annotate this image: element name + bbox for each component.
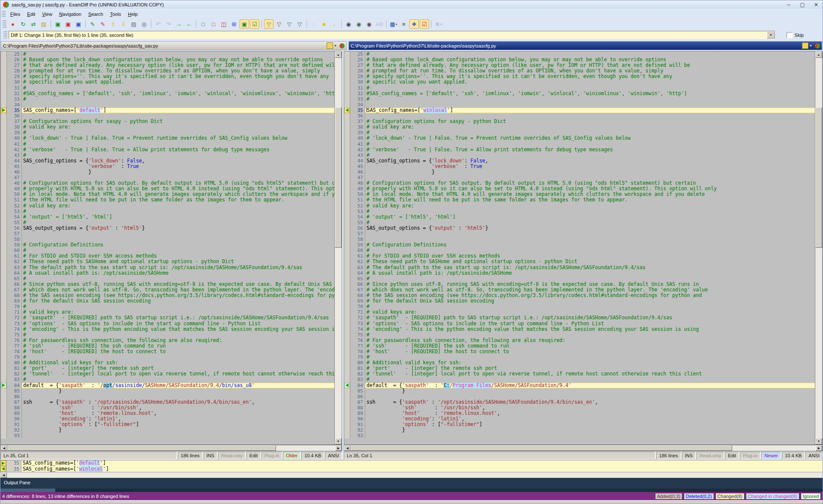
editor-options-icon[interactable]: ☑ [420,19,429,29]
code-text[interactable]: # Additional valid keys for ssh: [22,360,334,366]
code-line[interactable]: 58 [344,237,815,242]
code-text[interactable]: 'verbose' : True [22,164,334,169]
code-text[interactable]: } [22,169,334,175]
code-text[interactable]: # the HTML file will need to be put in t… [365,197,815,203]
code-text[interactable]: # These need path to SASHome and optiona… [365,259,815,264]
diff-marker-icon[interactable] [0,460,6,466]
code-text[interactable]: default = {'saspath' : 'C:/Program Files… [365,383,815,388]
code-line[interactable]: 63# The default path to the sas start up… [1,265,334,270]
save-second-icon[interactable]: ▣ [63,19,73,29]
code-text[interactable]: # Since python uses utf-8, running SAS w… [22,282,334,287]
menu-help[interactable]: Help [124,11,141,18]
code-line[interactable]: 83# [344,377,815,382]
code-line[interactable]: 43# [344,153,815,158]
code-text[interactable]: # A usual install path is: /opt/sasinsid… [22,270,334,276]
code-text[interactable]: # 'lock_down' - True | False. True = Pre… [365,135,815,141]
code-line[interactable]: 50# in local mode. Note that HTML 4.0 wi… [1,192,334,197]
code-text[interactable] [365,394,815,399]
code-line[interactable]: 65# [1,276,334,282]
scroll-up-icon[interactable]: ▲ [815,51,822,58]
left-horizontal-scrollbar[interactable]: ◀ ▶ [0,445,342,451]
save-both-icon[interactable]: ▣ [74,19,83,29]
code-text[interactable]: # valid keys are: [22,309,334,315]
code-text[interactable]: # 'tunnel' - [integer] local port to ope… [22,371,334,377]
code-text[interactable]: } [22,427,334,433]
code-line[interactable]: 84default = {'saspath' : 'C:/Program Fil… [344,383,815,388]
code-line[interactable]: 73# 'options' - SAS options to include i… [1,321,334,327]
code-text[interactable]: # which does not work well as utf-8. So,… [22,287,334,293]
code-line[interactable]: 86 [344,394,815,399]
code-line[interactable]: 62# These need path to SASHome and optio… [344,259,815,264]
options-gear-icon[interactable]: ✱▾ [434,19,443,29]
code-line[interactable]: 66# Since python uses utf-8, running SAS… [344,282,815,287]
code-line[interactable]: 88 'ssh' : '/usr/bin/ssh', [1,405,334,411]
code-line[interactable]: 81# 'port' - [integer] the remote ssh po… [344,366,815,371]
skip-checkbox[interactable]: Skip [787,32,804,38]
code-line[interactable]: 30# specific value you want applied. [1,79,334,85]
code-line[interactable]: 78# 'host' - [REQUIRED] the host to conn… [1,349,334,354]
code-line[interactable]: 38# valid key are: [344,124,815,130]
code-text[interactable] [22,394,334,399]
code-line[interactable]: 49# properly with HTML 5.0 so it can als… [1,186,334,192]
code-line[interactable]: 91 'options' : ["-fullstimer"] [344,422,815,427]
code-line[interactable]: 70# [344,304,815,309]
split-view-icon[interactable]: ⊞ [229,19,239,29]
code-line[interactable]: 67# which does not work well as utf-8. S… [1,287,334,293]
diff-marker-icon[interactable] [1,383,6,388]
code-text[interactable]: } [365,388,815,394]
code-text[interactable]: # specify options=''. This way it's spec… [22,74,334,79]
code-text[interactable]: SAS_config_options = {'lock_down': False… [365,158,815,164]
code-line[interactable]: 72# 'saspath' - [REQUIRED] path to SAS s… [1,315,334,321]
code-line[interactable]: 41# [1,141,334,147]
code-text[interactable]: # [365,276,815,282]
compare-icon[interactable]: ● [8,19,18,29]
code-text[interactable]: # [365,248,815,253]
code-line[interactable]: 68# the SAS session encoding (see https:… [1,293,334,298]
code-text[interactable]: } [365,427,815,433]
code-line[interactable]: 61# For STDIO and STDIO over SSH access … [1,253,334,259]
code-line[interactable]: 42# 'verbose' - True | False. True = All… [344,147,815,153]
code-text[interactable]: # Since python uses utf-8, running SAS w… [365,282,815,287]
code-line[interactable]: 33# [1,96,334,102]
code-text[interactable]: # 'output' = ['html5', 'html'] [22,214,334,220]
scroll-right-icon[interactable]: ▶ [335,445,342,451]
menu-search[interactable]: Search [85,11,107,18]
code-line[interactable]: 55# [1,220,334,225]
code-text[interactable]: # 'saspath' - [REQUIRED] path to SAS sta… [22,315,334,321]
find-next-icon[interactable]: ◉ [354,19,363,29]
code-line[interactable]: 67# which does not work well as utf-8. S… [344,287,815,293]
code-line[interactable]: 55# [344,220,815,225]
code-line[interactable]: 48# Configuration options for SAS output… [1,180,334,186]
code-text[interactable] [365,175,815,180]
code-line[interactable]: 87ssh = {'saspath' : '/opt/sasinside/SAS… [344,399,815,405]
code-line[interactable]: 69# for the default Unix SAS session enc… [344,298,815,304]
show-identical-icon[interactable]: ◫ [219,19,228,29]
code-line[interactable]: 26# Based upon the lock_down configurati… [1,57,334,63]
checkbox-icon[interactable] [787,32,793,38]
minimize-button[interactable]: ─ [785,2,793,8]
code-line[interactable]: 53# [1,209,334,214]
filter-added-icon[interactable]: ▽ [274,19,284,29]
code-line[interactable]: 27# that are defined already. Any necess… [1,63,334,68]
code-line[interactable]: 90 'encoding': 'latin1', [1,416,334,422]
scroll-down-icon[interactable]: ▼ [815,438,822,444]
code-text[interactable]: # specify options=''. This way it's spec… [365,74,815,79]
code-text[interactable]: #SAS_config_names = ['default', 'ssh', '… [22,91,334,96]
code-line[interactable]: 35SAS_config_names=['winlocal'] [344,108,815,113]
code-line[interactable]: 41# [344,141,815,147]
find-icon[interactable]: ◉ [344,19,353,29]
code-line[interactable]: 70# [1,304,334,309]
code-line[interactable]: 73# 'options' - SAS options to include i… [344,321,815,327]
code-line[interactable]: 75# [344,332,815,338]
code-line[interactable]: 69# for the default Unix SAS session enc… [1,298,334,304]
code-line[interactable]: 37# Configuration options for saspy - py… [344,119,815,124]
copy-to-second-icon[interactable]: ⇩ [119,19,128,29]
code-text[interactable]: # Configuration Definitions [365,242,815,248]
code-text[interactable]: # properly with HTML 5.0 so it can also … [365,186,815,192]
code-line[interactable]: 36 [1,113,334,119]
code-text[interactable] [22,231,334,237]
code-line[interactable]: 39# [1,130,334,135]
chevron-down-icon[interactable]: ▼ [334,44,337,47]
go-forward-icon[interactable]: → [174,19,183,29]
code-text[interactable]: SAS_config_options = {'lock_down': False… [22,158,334,164]
